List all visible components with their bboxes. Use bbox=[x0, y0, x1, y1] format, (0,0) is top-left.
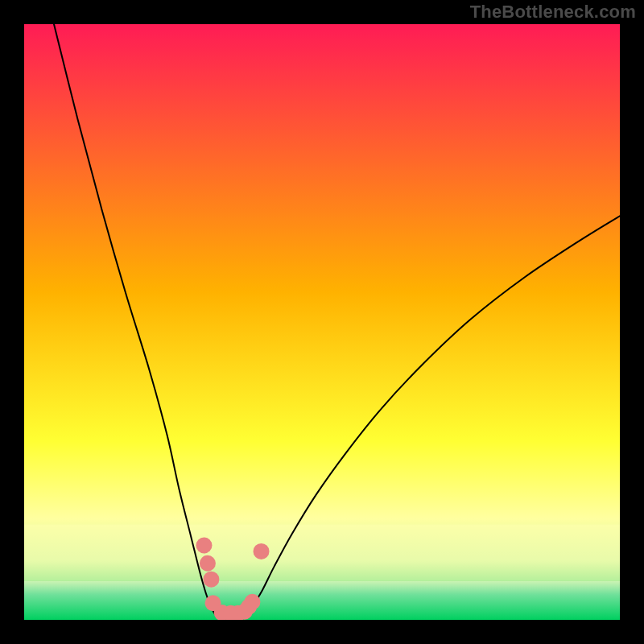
chart-svg bbox=[24, 24, 620, 620]
bottleneck-points-1 bbox=[200, 555, 216, 572]
plot-area bbox=[24, 24, 620, 620]
bottleneck-points-10 bbox=[254, 543, 270, 559]
chart-frame: TheBottleneck.com bbox=[0, 0, 644, 644]
green-band bbox=[24, 581, 620, 620]
bottleneck-points-2 bbox=[203, 572, 219, 588]
bottleneck-points-0 bbox=[196, 538, 212, 554]
pale-band bbox=[24, 525, 620, 581]
attribution-text: TheBottleneck.com bbox=[470, 2, 636, 23]
bottleneck-points-9 bbox=[244, 594, 260, 610]
